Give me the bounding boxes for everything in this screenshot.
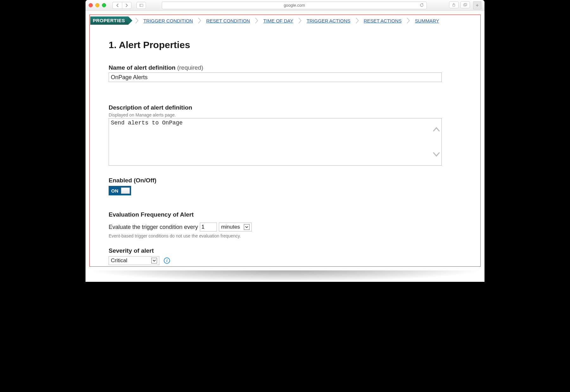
browser-window: google.com + PROPE [86,0,484,282]
severity-label: Severity of alert [109,247,461,254]
frequency-unit-select[interactable]: minutes [219,223,252,231]
page-title: 1. Alert Properties [109,40,461,50]
description-field: Description of alert definition Displaye… [109,104,461,167]
enabled-toggle-text: ON [111,188,118,193]
description-textarea[interactable] [109,118,442,166]
window-drop-shadow [86,270,484,282]
toggle-knob-icon [121,187,130,194]
wizard-step-trigger-actions[interactable]: TRIGGER ACTIONS [304,18,353,23]
enabled-label: Enabled (On/Off) [109,177,461,184]
severity-field: Severity of alert Critical i [109,247,461,265]
wizard-steps: PROPERTIES TRIGGER CONDITION RESET CONDI… [90,15,480,26]
info-icon[interactable]: i [164,257,170,264]
chevron-down-icon [151,258,157,263]
name-label: Name of alert definition (required) [109,64,461,71]
frequency-field: Evaluation Frequency of Alert Evaluate t… [109,211,461,238]
wizard-step-properties[interactable]: PROPERTIES [90,16,128,25]
frequency-row: Evaluate the trigger condition every min… [109,223,461,231]
maximize-window-button[interactable] [102,3,106,7]
chevron-right-icon [254,17,259,24]
chevron-down-icon [244,224,250,230]
nav-back-forward [112,2,131,9]
new-tab-button[interactable]: + [473,1,481,9]
forward-button[interactable] [122,2,131,9]
wizard-step-reset-actions[interactable]: RESET ACTIONS [361,18,404,23]
wizard-step-summary[interactable]: SUMMARY [412,18,441,23]
toolbar-right: + [449,1,481,9]
enabled-field: Enabled (On/Off) ON [109,177,461,195]
alert-properties-form: 1. Alert Properties Name of alert defini… [90,26,480,265]
name-label-text: Name of alert definition [109,64,175,71]
frequency-help: Event-based trigger conditions do not us… [109,233,461,238]
reload-icon[interactable] [420,3,424,8]
share-button[interactable] [449,1,459,8]
sidebar-toggle-button[interactable] [136,2,146,9]
window-controls [89,3,106,7]
chevron-right-icon [197,17,202,24]
frequency-interval-input[interactable] [200,223,217,231]
svg-rect-3 [464,4,466,6]
severity-select[interactable]: Critical [109,256,159,265]
frequency-sentence: Evaluate the trigger condition every [109,224,198,231]
enabled-toggle[interactable]: ON [109,186,131,195]
severity-selected: Critical [111,257,127,264]
frequency-section-label: Evaluation Frequency of Alert [109,211,461,218]
name-input[interactable] [109,73,442,82]
close-window-button[interactable] [89,3,93,7]
frequency-unit-selected: minutes [221,224,240,230]
name-field: Name of alert definition (required) [109,64,461,82]
tabs-button[interactable] [460,1,470,8]
svg-rect-0 [139,4,143,7]
description-label: Description of alert definition [109,104,461,111]
description-label-text: Description of alert definition [109,104,192,111]
chevron-right-icon [134,17,140,24]
address-bar-text: google.com [284,3,305,8]
back-button[interactable] [112,2,122,9]
highlighted-region: PROPERTIES TRIGGER CONDITION RESET CONDI… [89,15,481,267]
svg-rect-4 [464,3,467,5]
description-help: Displayed on Manage alerts page. [109,112,461,117]
wizard-step-trigger-condition[interactable]: TRIGGER CONDITION [141,18,196,23]
minimize-window-button[interactable] [95,3,99,7]
page-viewport: PROPERTIES TRIGGER CONDITION RESET CONDI… [86,11,484,270]
browser-titlebar: google.com + [86,0,484,11]
chevron-right-icon [405,17,411,24]
wizard-step-reset-condition[interactable]: RESET CONDITION [204,18,252,23]
chevron-right-icon [297,17,303,24]
wizard-step-time-of-day[interactable]: TIME OF DAY [261,18,296,23]
address-bar[interactable]: google.com [162,2,427,9]
wizard-step-label: PROPERTIES [93,18,125,23]
name-label-required: (required) [177,64,203,71]
chevron-right-icon [354,17,360,24]
